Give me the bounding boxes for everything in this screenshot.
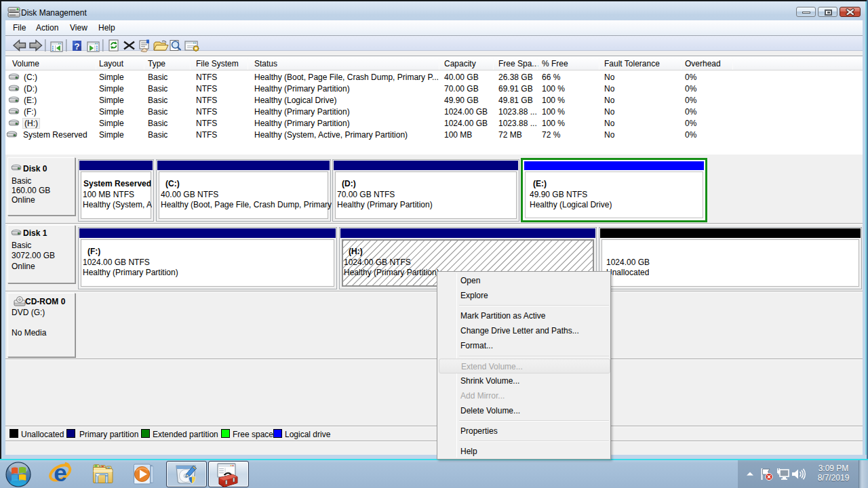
svg-text:?: ?	[75, 41, 80, 52]
